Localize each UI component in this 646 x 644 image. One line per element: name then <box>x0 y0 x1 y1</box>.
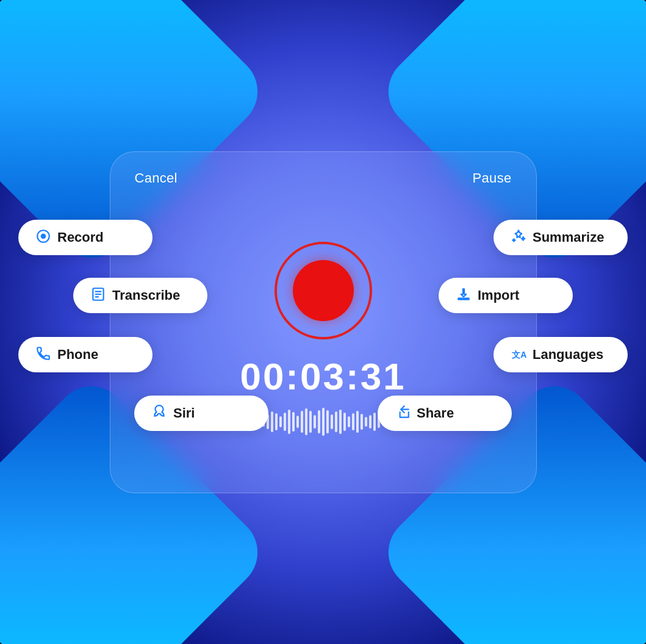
siri-button[interactable]: Siri <box>134 396 268 431</box>
wave-bar <box>318 410 320 433</box>
share-label: Share <box>417 405 454 421</box>
siri-icon <box>151 404 167 422</box>
wave-bar <box>322 408 325 436</box>
svg-point-1 <box>41 234 46 239</box>
languages-icon: 文A <box>511 346 526 364</box>
import-label: Import <box>478 288 519 303</box>
summarize-button[interactable]: Summarize <box>493 220 628 255</box>
wave-bar <box>339 410 342 434</box>
wave-bar <box>326 410 329 433</box>
phone-label: Phone <box>57 347 98 363</box>
wave-bar <box>331 414 333 429</box>
wave-bar <box>352 413 354 430</box>
wave-bar <box>335 411 337 432</box>
phone-button[interactable]: Phone <box>18 337 153 372</box>
wave-bar <box>292 412 295 432</box>
import-icon <box>456 286 472 305</box>
wave-bar <box>275 413 278 430</box>
recording-card: Cancel Pause 00:03:31 <box>110 151 537 493</box>
card-header: Cancel Pause <box>110 164 536 186</box>
wave-bar <box>343 413 346 431</box>
wave-bar <box>296 416 299 428</box>
wave-bar <box>301 411 303 433</box>
pause-button[interactable]: Pause <box>473 170 512 186</box>
wave-bar <box>279 416 282 427</box>
summarize-icon <box>511 228 526 247</box>
wave-bar <box>361 414 363 430</box>
phone-icon <box>35 346 51 364</box>
siri-label: Siri <box>173 405 195 421</box>
wave-bar <box>305 408 307 435</box>
cancel-button[interactable]: Cancel <box>135 170 178 186</box>
record-icon <box>35 228 51 247</box>
transcribe-button[interactable]: Transcribe <box>73 278 207 313</box>
wave-bar <box>284 413 286 431</box>
languages-button[interactable]: 文A Languages <box>493 337 628 372</box>
transcribe-icon <box>90 286 106 305</box>
wave-bar <box>356 411 359 433</box>
transcribe-label: Transcribe <box>112 288 180 303</box>
wave-bar <box>348 416 350 427</box>
import-button[interactable]: Import <box>439 278 573 313</box>
wave-bar <box>288 410 290 434</box>
share-button[interactable]: Share <box>378 396 512 431</box>
wave-bar <box>365 417 367 427</box>
wave-bar <box>373 413 376 431</box>
share-icon <box>395 404 411 422</box>
record-dot <box>293 260 354 321</box>
svg-text:文A: 文A <box>512 350 526 360</box>
languages-label: Languages <box>533 347 603 363</box>
wave-bar <box>309 411 312 433</box>
record-label: Record <box>57 230 104 245</box>
record-mode-button[interactable]: Record <box>18 220 153 255</box>
card-center: 00:03:31 <box>237 186 410 493</box>
timer-display: 00:03:31 <box>240 355 406 398</box>
wave-bar <box>314 415 316 429</box>
wave-bar <box>271 411 273 432</box>
wave-bar <box>369 415 371 429</box>
record-button[interactable] <box>275 242 372 339</box>
summarize-label: Summarize <box>533 230 604 245</box>
